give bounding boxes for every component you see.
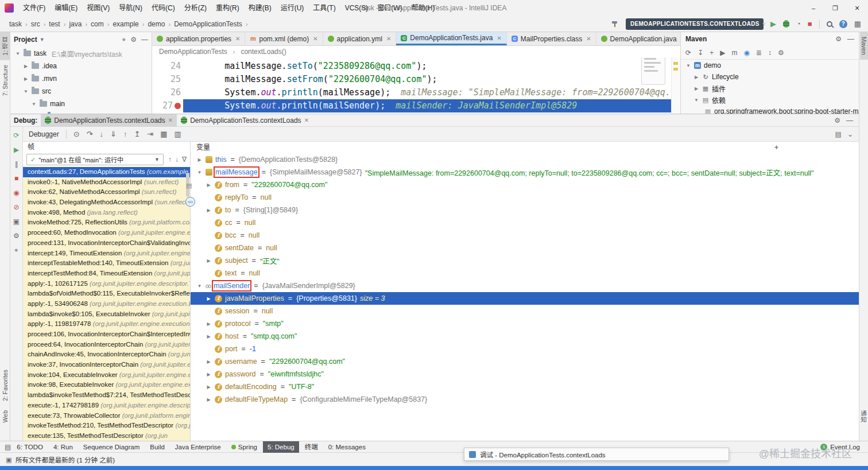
chevron-icon[interactable]: ▶	[206, 258, 212, 263]
chevron-down-icon[interactable]: ▼	[40, 37, 45, 42]
tool-window-button[interactable]: 4: Run	[49, 441, 78, 453]
layout-icon[interactable]: ▦	[854, 20, 861, 28]
maven-settings-icon[interactable]: ⚙	[778, 49, 784, 57]
run-maven-goal-icon[interactable]: ▶	[720, 49, 725, 57]
maven-tree-item[interactable]: ▶▦插件	[681, 83, 859, 94]
step-over-icon[interactable]: ↷	[87, 130, 93, 138]
debug-tab[interactable]: DemoApplicationTests.contextLoads✕	[177, 114, 313, 127]
variable-row[interactable]: ▼oomailSender={JavaMailSenderImpl@5829}	[191, 279, 859, 292]
close-icon[interactable]: ✕	[586, 36, 591, 42]
breakpoint-icon[interactable]	[175, 103, 181, 109]
gear-icon[interactable]: ⚙	[834, 116, 840, 125]
chevron-icon[interactable]: ▶	[206, 372, 212, 377]
code-editor[interactable]: 24 mailMessage.setTo("2235809286@qq.com"…	[152, 57, 680, 114]
pin-icon[interactable]: ⌖	[14, 246, 18, 254]
stack-frame-row[interactable]: invokeTestMethod:210, TestMethodTestDesc…	[23, 421, 190, 431]
debug-button[interactable]	[783, 20, 789, 28]
chevron-icon[interactable]: ▼	[685, 63, 691, 68]
chevron-icon[interactable]: ▶	[693, 86, 699, 91]
variable-row[interactable]: ▶fsubject="正文"	[191, 254, 859, 267]
tool-window-button[interactable]: Java Enterprise	[170, 441, 226, 453]
menu-item[interactable]: 分析(Z)	[180, 0, 211, 16]
stack-frame-row[interactable]: execute:135, TestMethodTestDescriptor (o…	[23, 431, 190, 441]
menu-item[interactable]: 视图(V)	[82, 0, 114, 16]
tool-window-button[interactable]: 0: Messages	[324, 441, 370, 453]
variable-row[interactable]: ▶this={DemoApplicationTests@5828}	[191, 153, 859, 166]
variable-row[interactable]: ▶fprotocol="smtp"	[191, 317, 859, 330]
stack-frame-row[interactable]: lambda$invoke$0:105, ExecutableInvoker (…	[23, 309, 190, 320]
stack-frame-row[interactable]: execute:-1, 1742798189 (org.junit.jupite…	[23, 401, 190, 411]
tool-window-button[interactable]: 5: Debug	[263, 441, 299, 453]
chevron-icon[interactable]: ▶	[206, 397, 212, 402]
editor-tab[interactable]: application.properties✕	[152, 32, 245, 45]
stack-frame-row[interactable]: apply:-1, 1198197478 (org.junit.jupiter.…	[23, 319, 190, 329]
maven-tree-item[interactable]: ▼▤依赖	[681, 94, 859, 106]
profiler-button[interactable]: ◔	[796, 20, 801, 28]
stack-frame-row[interactable]: invoke:498, Method (java.lang.reflect)	[23, 208, 190, 218]
step-out-icon[interactable]: ↑	[123, 130, 127, 138]
stack-frame-row[interactable]: invokeMethod:725, ReflectionUtils (org.j…	[23, 217, 190, 228]
menu-item[interactable]: 构建(B)	[244, 0, 276, 16]
stop-button[interactable]: ■	[808, 20, 812, 28]
chevron-icon[interactable]: ▼	[23, 89, 29, 94]
tool-windows-icon[interactable]: ▤	[5, 443, 11, 451]
view-breakpoints-icon[interactable]: ◉	[13, 189, 19, 197]
variable-row[interactable]: fport=-1	[191, 343, 859, 355]
stack-frame-row[interactable]: proceed:60, MethodInvocation (org.junit.…	[23, 228, 190, 238]
maven-tree-item[interactable]: ▶↻Lifecycle	[681, 71, 859, 83]
variable-row[interactable]: fcc=null	[191, 216, 859, 229]
stack-frame-row[interactable]: lambda$ofVoidMethod$0:115, ExecutableInv…	[23, 289, 190, 299]
gear-icon[interactable]: ⚙	[130, 36, 137, 44]
variable-row[interactable]: ▶fjavaMailProperties={Properties@5831} s…	[191, 292, 859, 305]
hide-panel-icon[interactable]: —	[141, 36, 148, 44]
line-number[interactable]: 27	[152, 99, 183, 112]
breadcrumb-item[interactable]: java	[68, 20, 83, 28]
close-icon[interactable]: ✕	[313, 36, 317, 42]
download-sources-icon[interactable]: ↧	[698, 49, 703, 57]
breadcrumb-item[interactable]: com	[90, 20, 105, 28]
variable-row[interactable]: ▼mailMessage={SimpleMailMessage@5827} "S…	[191, 166, 859, 178]
build-hammer-icon[interactable]	[611, 20, 619, 28]
thread-dump-icon[interactable]: ▣	[13, 217, 20, 226]
stack-frame-row[interactable]: lambda$invokeTestMethod$7:214, TestMetho…	[23, 390, 190, 401]
line-number[interactable]: 26	[152, 86, 183, 99]
debugger-tab-label[interactable]: Debugger	[29, 130, 59, 138]
chevron-icon[interactable]: ▼	[31, 102, 37, 107]
stack-frame-row[interactable]: interceptTestMethod:84, TimeoutExtension…	[23, 269, 190, 279]
project-panel-title[interactable]: Project	[14, 36, 37, 44]
gear-icon[interactable]: ⚙	[835, 35, 842, 43]
help-icon[interactable]: ?	[839, 20, 847, 28]
hide-panel-icon[interactable]: —	[846, 116, 853, 125]
editor-breadcrumb-item[interactable]: contextLoads()	[241, 48, 286, 56]
watches-toggle-icon[interactable]: oo	[185, 197, 195, 207]
stack-frame-row[interactable]: intercept:149, TimeoutExtension (org.jun…	[23, 248, 190, 259]
stack-frame-row[interactable]: execute:73, ThrowableCollector (org.juni…	[23, 411, 190, 421]
mute-breakpoints-icon[interactable]: ⊘	[13, 203, 19, 211]
show-execution-point-icon[interactable]: ⊙	[73, 130, 80, 138]
reimport-icon[interactable]: ⟳	[685, 49, 691, 57]
drop-frame-icon[interactable]: ↥	[134, 130, 140, 138]
chevron-icon[interactable]: ▼	[693, 98, 699, 103]
variable-row[interactable]: ▶ffrom="2292600704@qq.com"	[191, 178, 859, 191]
stack-frame-row[interactable]: invoke:62, NativeMethodAccessorImpl (sun…	[23, 187, 190, 197]
add-watch-icon[interactable]: +	[774, 142, 778, 153]
copy-icon[interactable]: ▤	[186, 182, 192, 189]
stack-frame-row[interactable]: invoke0:-1, NativeMethodAccessorImpl (su…	[23, 177, 190, 188]
run-to-curs​or-icon[interactable]: ⇥	[147, 130, 153, 138]
stack-frame-row[interactable]: interceptTestableMethod:140, TimeoutExte…	[23, 258, 190, 269]
stack-frame-row[interactable]: chainAndInvoke:45, InvocationInterceptor…	[23, 349, 190, 360]
step-into-icon[interactable]: ↓	[100, 130, 104, 138]
layout-settings-icon[interactable]: ▥	[175, 130, 181, 138]
tool-window-button[interactable]: 6: TODO	[12, 441, 48, 453]
locate-file-icon[interactable]: ⌖	[122, 36, 126, 44]
chevron-icon[interactable]: ▶	[206, 359, 212, 364]
stop-icon[interactable]: ■	[14, 174, 18, 182]
menu-item[interactable]: 导航(N)	[114, 0, 147, 16]
evaluate-expression-icon[interactable]: ▦	[160, 130, 167, 138]
chevron-icon[interactable]: ▶	[206, 182, 212, 188]
close-icon[interactable]: ✕	[386, 36, 391, 42]
pause-icon[interactable]: ∥	[15, 160, 18, 168]
resume-icon[interactable]: ▶	[14, 146, 19, 154]
editor-scrollbar[interactable]	[671, 57, 680, 114]
chevron-icon[interactable]: ▶	[23, 64, 29, 69]
